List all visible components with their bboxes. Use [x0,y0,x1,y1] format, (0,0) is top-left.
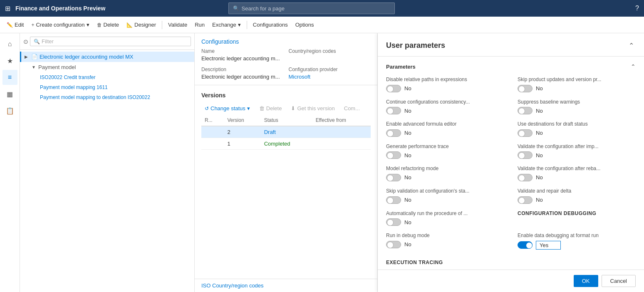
params-panel: User parameters ⌃ Parameters ⌃ Disable r… [378,33,644,292]
tree-child-payment-model[interactable]: ▼ Payment model [20,62,194,72]
debug-value-box[interactable]: Yes [536,241,561,250]
download-icon: ⬇ [291,105,295,111]
ok-button[interactable]: OK [574,275,598,287]
exchange-button[interactable]: Exchange ▾ [209,20,244,30]
toggle-2[interactable] [386,129,401,137]
param-control-3: No [386,151,504,159]
table-row[interactable]: 1 Completed [201,138,371,150]
param-control-r1: No [518,107,636,114]
filter-icon: ⊙ [23,38,28,45]
param-control-r2: No [518,129,636,137]
params-collapse-section-btn[interactable]: ⌃ [631,63,636,70]
tree-item-selected[interactable]: ▶ 📄 Electronic ledger accounting model M… [20,52,194,62]
delete-button[interactable]: 🗑 Delete [94,20,123,30]
toggle-label-1: No [404,108,411,114]
toggle-7[interactable] [386,241,401,248]
toggle-r2[interactable] [518,129,533,137]
help-icon[interactable]: ? [635,5,639,12]
param-model-refactor: Model refactoring mode No [386,166,504,181]
versions-title: Versions [195,89,377,102]
designer-button[interactable]: 📐 Designer [123,20,159,30]
params-title: User parameters [386,41,445,50]
param-enable-formula: Enable advanced formula editor No [386,121,504,137]
cell-r-1 [201,138,224,150]
param-enable-debugging: Enable data debugging at format run Yes [518,233,636,250]
toggle-label-r0: No [536,85,543,92]
param-validate-after-reba: Validate the configuration after reba...… [518,166,636,181]
tree-grandchild-0[interactable]: ISO20022 Credit transfer [20,72,194,82]
delete-version-button[interactable]: 🗑 Delete [256,104,285,113]
search-input[interactable] [242,5,390,12]
toggle-r3[interactable] [518,151,533,159]
toggle-r4[interactable] [518,174,533,181]
param-label-1: Continue configurations consistency... [386,99,504,106]
run-button[interactable]: Run [191,20,208,30]
toggle-4[interactable] [386,174,401,181]
edit-button[interactable]: ✏️ Edit [3,20,27,30]
versions-table: R... Version Status Effective from 2 Dra… [201,115,371,150]
compare-button[interactable]: Com... [341,104,363,113]
cell-version-0: 2 [224,126,261,138]
nav-reports[interactable]: 📋 [2,103,17,118]
toggle-6[interactable] [386,218,401,226]
grid-icon[interactable]: ⊞ [5,5,10,12]
cell-version-1: 1 [224,138,261,150]
col-effective: Effective from [312,115,371,126]
cell-effective-0 [312,126,371,138]
toggle-3[interactable] [386,151,401,159]
collapse-button[interactable]: ⌃ [627,40,636,51]
nav-calendar[interactable]: ▦ [2,87,17,101]
content-panel: Configurations Name Electronic ledger ac… [195,33,378,292]
create-config-button[interactable]: + Create configuration ▾ [28,20,92,30]
iso-title[interactable]: ISO Country/region codes [201,282,371,289]
param-control-5: No [386,196,504,204]
params-footer: OK Cancel [378,270,644,292]
param-label-r2: Use destinations for draft status [518,121,636,128]
refresh-icon: ↺ [205,106,209,111]
validate-button[interactable]: Validate [165,20,191,30]
param-label-r4: Validate the configuration after reba... [518,166,636,172]
toggle-5[interactable] [386,196,401,204]
get-version-button[interactable]: ⬇ Get this version [287,104,338,113]
config-provider-field: Configuration provider Microsoft [289,67,371,80]
options-button[interactable]: Options [292,20,317,30]
description-label: Description [201,67,284,72]
nav-home[interactable]: ⌂ [2,37,17,52]
main-area: ⌂ ★ ≡ ▦ 📋 ⊙ 🔍 ▶ 📄 Electronic ledger acco… [0,33,644,292]
filter-input[interactable] [42,38,187,45]
configurations-button[interactable]: Configurations [250,20,291,30]
param-validate-after-imp: Validate the configuration after imp... … [518,144,636,159]
param-control-r3: No [518,151,636,159]
param-validate-repair-delta: Validate and repair delta No [518,188,636,204]
tree-item-label: Electronic ledger accounting model MX [40,54,133,60]
toggle-r0[interactable] [518,85,533,92]
param-use-destinations: Use destinations for draft status No [518,121,636,137]
designer-icon: 📐 [126,22,133,28]
params-body: Parameters ⌃ Disable relative paths in e… [378,57,644,270]
table-row[interactable]: 2 Draft [201,126,371,138]
toggle-debugging[interactable] [518,241,533,249]
tree-child-label: Payment model [38,64,76,70]
change-status-button[interactable]: ↺ Change status ▾ [201,104,253,113]
param-label-0: Disable relative paths in expressions [386,77,504,83]
search-bar[interactable]: 🔍 [228,2,395,14]
nav-favorites[interactable]: ★ [2,53,17,68]
add-icon: + [31,22,34,28]
toggle-0[interactable] [386,85,401,92]
tree-grandchild-2[interactable]: Payment model mapping to destination ISO… [20,92,194,102]
tree-grandchild-1[interactable]: Payment model mapping 1611 [20,82,194,92]
param-debug-mode: Run in debug mode No [386,233,504,250]
toggle-label-r3: No [536,152,543,158]
toggle-1[interactable] [386,107,401,114]
toggle-r5[interactable] [518,196,533,204]
secondary-toolbar: ✏️ Edit + Create configuration ▾ 🗑 Delet… [0,17,644,33]
nav-list[interactable]: ≡ [2,70,17,85]
cancel-button[interactable]: Cancel [602,275,636,287]
toggle-label-r4: No [536,174,543,181]
toggle-r1[interactable] [518,107,533,114]
params-grid: Disable relative paths in expressions No… [386,77,636,265]
col-status: Status [261,115,312,126]
cell-status-1: Completed [261,138,312,150]
toggle-label-r2: No [536,130,543,136]
config-provider-value[interactable]: Microsoft [289,74,311,80]
